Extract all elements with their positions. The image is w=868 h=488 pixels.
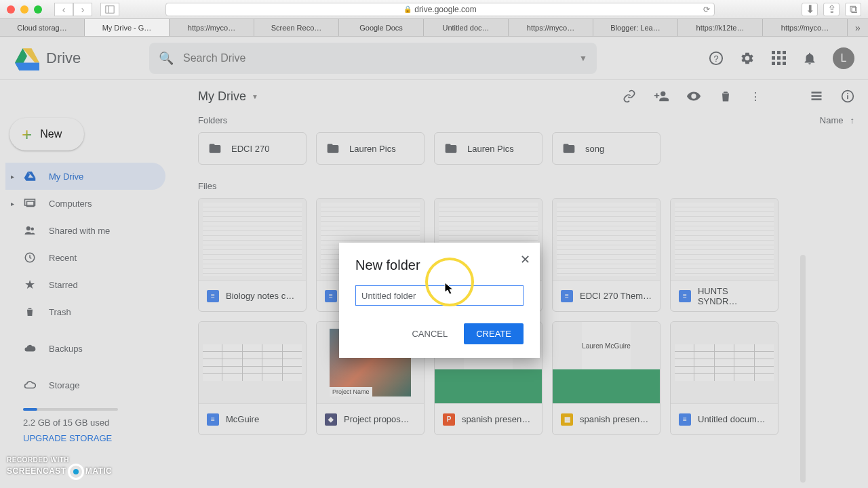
back-button[interactable]: ‹ <box>54 3 73 16</box>
tab-overflow-icon[interactable]: » <box>848 19 868 36</box>
browser-tab[interactable]: https://k12te… <box>678 19 763 36</box>
tab-strip: Cloud storag… My Drive - G… https://myco… <box>0 19 868 37</box>
close-window-icon[interactable] <box>7 5 15 14</box>
downloads-icon[interactable]: ⬇ <box>802 3 818 16</box>
dialog-title: New folder <box>355 258 524 273</box>
watermark-brand-b: MATIC <box>85 466 113 476</box>
tabs-icon[interactable]: ⧉ <box>845 3 861 16</box>
minimize-window-icon[interactable] <box>20 5 28 14</box>
browser-toolbar: ‹ › 🔒 drive.google.com ⟳ ⬇ ⇪ ⧉ <box>0 0 868 19</box>
watermark-top: RECORDED WITH <box>7 456 112 464</box>
browser-tab[interactable]: https://myco… <box>170 19 254 36</box>
browser-tab[interactable]: Cloud storag… <box>0 19 85 36</box>
close-icon[interactable]: ✕ <box>520 252 530 267</box>
safari-sidebar-button[interactable] <box>100 3 119 16</box>
url-text: drive.google.com <box>414 5 476 14</box>
browser-tab[interactable]: Untitled doc… <box>424 19 509 36</box>
browser-tab[interactable]: Google Docs <box>339 19 424 36</box>
fullscreen-window-icon[interactable] <box>34 5 42 14</box>
cancel-button[interactable]: CANCEL <box>402 323 457 344</box>
browser-tab[interactable]: Screen Reco… <box>254 19 339 36</box>
watermark-logo-icon <box>68 464 84 480</box>
screencast-watermark: RECORDED WITH SCREENCASTMATIC <box>7 456 112 480</box>
forward-button[interactable]: › <box>73 3 92 16</box>
browser-tab[interactable]: https://myco… <box>763 19 848 36</box>
share-icon[interactable]: ⇪ <box>823 3 840 16</box>
svg-rect-0 <box>106 5 114 13</box>
folder-name-input[interactable] <box>355 285 524 306</box>
reload-icon[interactable]: ⟳ <box>703 5 710 14</box>
browser-tab[interactable]: https://myco… <box>509 19 593 36</box>
traffic-lights <box>7 5 42 14</box>
create-button[interactable]: CREATE <box>464 323 524 344</box>
lock-icon: 🔒 <box>403 5 412 13</box>
url-bar[interactable]: 🔒 drive.google.com ⟳ <box>165 3 715 16</box>
browser-tab[interactable]: My Drive - G… <box>85 19 170 36</box>
watermark-brand-a: SCREENCAST <box>7 466 66 476</box>
browser-tab[interactable]: Blogger: Lea… <box>593 19 678 36</box>
new-folder-dialog: ✕ New folder CANCEL CREATE <box>339 243 540 358</box>
